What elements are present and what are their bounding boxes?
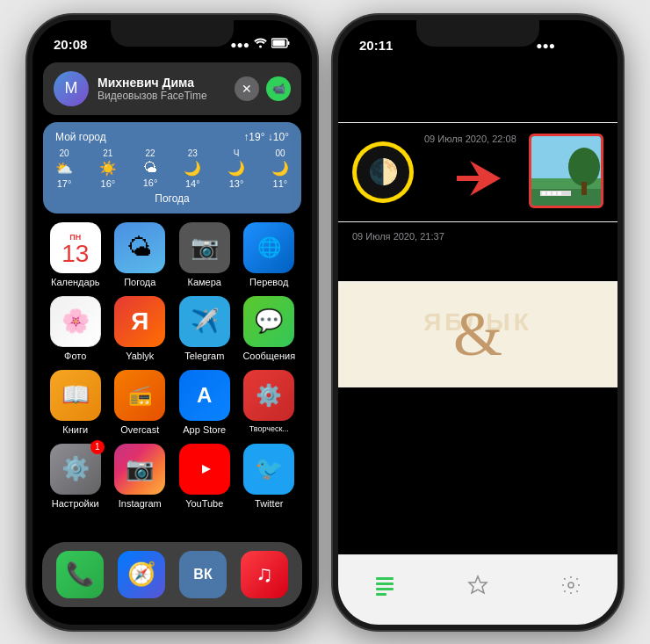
svg-point-6 (565, 47, 567, 49)
app-telegram-icon[interactable]: ✈️ Telegram (177, 296, 232, 361)
bottom-tab-bar (338, 554, 618, 625)
svg-rect-21 (376, 577, 394, 580)
article-date-2: 09 Июля 2020, 21:37 (352, 231, 603, 242)
svg-rect-18 (552, 192, 556, 195)
app-appstore-icon[interactable]: A App Store (177, 370, 232, 435)
svg-rect-24 (376, 593, 386, 596)
weather-days: 20 ⛅ 17° 21 ☀️ 16° 22 🌤 16° (55, 148, 289, 189)
app-label-weather: Погода (124, 277, 155, 287)
article-ampersand-image: & (338, 282, 618, 387)
svg-rect-16 (542, 192, 545, 195)
app-grid-row2: 🌸 Фото Я Yablyk ✈️ Telegram (32, 296, 312, 370)
app-title: Главн... (352, 98, 603, 115)
red-arrow-indicator (452, 156, 505, 204)
dock-safari[interactable]: 🧭 (118, 551, 165, 598)
signal-icon-2: ●●● (536, 40, 555, 52)
dock-phone[interactable]: 📞 (56, 551, 104, 598)
app-books-icon[interactable]: 📖 Книги (48, 370, 103, 435)
app-instagram-icon[interactable]: 📷 Instagram (113, 444, 168, 509)
weather-temp-range: ↑19° ↓10° (243, 131, 289, 143)
battery-icon-2 (577, 39, 596, 52)
status-time-1: 20:08 (54, 37, 87, 52)
svg-marker-25 (469, 576, 487, 593)
app-messages-icon[interactable]: 💬 Сообщения (242, 296, 297, 361)
decline-button[interactable]: ✕ (235, 76, 259, 101)
svg-rect-2 (273, 40, 285, 47)
app-overcast-icon[interactable]: 📻 Overcast (113, 370, 168, 435)
app-label-translate: Перевод (249, 277, 288, 287)
svg-rect-8 (579, 41, 591, 47)
article-title-2: 7 известных... лов, о происхождении кото… (352, 245, 603, 277)
app-label-photos: Фото (64, 351, 86, 361)
app-youtube-icon[interactable]: YouTube (177, 444, 232, 509)
dock-music[interactable]: ♫ (241, 551, 288, 598)
app-navigation-header: Главн... (338, 59, 618, 123)
weather-day-2: 22 🌤 16° (143, 148, 158, 189)
weather-location: Мой город (55, 131, 106, 143)
app-weather-icon[interactable]: 🌤 Погода (113, 222, 168, 287)
phone2-screen: 20:11 ●●● (338, 20, 618, 387)
app-translate-icon[interactable]: 🌐 Перевод (242, 222, 297, 287)
weather-day-3: 23 🌙 14° (184, 148, 201, 189)
app-creativity-icon[interactable]: ⚙️ Творческ... (242, 370, 297, 435)
weather-header: Мой город ↑19° ↓10° (55, 131, 289, 143)
article-illustration-1: 🌓 (352, 134, 414, 212)
article-thumb-1 (529, 134, 603, 208)
notification-subtitle: Видеовызов FaceTime (98, 90, 226, 102)
wifi-icon (254, 38, 267, 51)
app-label-instagram: Instagram (119, 498, 162, 509)
dock: 📞 🧭 ВК ♫ (42, 542, 302, 607)
battery-icon (271, 38, 291, 51)
notification-text: Михневич Дима Видеовызов FaceTime (98, 76, 226, 102)
app-label-youtube: YouTube (185, 498, 223, 509)
svg-rect-23 (376, 588, 394, 590)
svg-point-0 (259, 46, 262, 48)
svg-rect-14 (581, 182, 587, 195)
tab-feed[interactable] (367, 568, 402, 603)
dock-vk[interactable]: ВК (179, 551, 227, 598)
svg-rect-22 (376, 582, 394, 585)
weather-day-5: 00 🌙 11° (271, 148, 289, 189)
settings-badge: 1 (90, 440, 105, 454)
status-time-2: 20:11 (359, 38, 393, 53)
app-grid-row1: ПН 13 Календарь 🌤 Погода 📷 (32, 213, 312, 296)
weather-day-0: 20 ⛅ 17° (55, 148, 73, 189)
weather-widget[interactable]: Мой город ↑19° ↓10° 20 ⛅ 17° 21 ☀️ 16° (43, 122, 301, 213)
app-camera-icon[interactable]: 📷 Камера (177, 222, 232, 287)
app-label-overcast: Overcast (120, 424, 159, 435)
svg-point-13 (568, 148, 600, 186)
contact-avatar: М (54, 71, 89, 106)
app-settings-icon[interactable]: ⚙️ 1 Настройки (48, 444, 103, 509)
app-calendar[interactable]: ПН 13 Календарь (48, 222, 103, 287)
app-label-messages: Сообщения (242, 351, 295, 361)
svg-rect-3 (288, 41, 290, 45)
app-label-appstore: App Store (183, 424, 226, 435)
app-label-camera: Камера (188, 277, 221, 287)
ampersand-symbol: & (453, 298, 502, 371)
app-label-telegram: Telegram (184, 351, 224, 361)
svg-rect-19 (558, 192, 561, 195)
notch-2 (416, 20, 539, 47)
contact-name: Михневич Дима (98, 76, 226, 90)
tab-bookmarks[interactable] (460, 568, 495, 603)
app-twitter-icon[interactable]: 🐦 Twitter (242, 444, 297, 509)
status-icons-2: ●●● (536, 39, 596, 52)
status-icons-1: ●●● (230, 38, 291, 51)
phone-1: 20:08 ●●● (27, 15, 317, 630)
app-grid-row4: ⚙️ 1 Настройки 📷 Instagram (32, 444, 312, 517)
app-label-books: Книги (62, 424, 88, 435)
notch-1 (111, 20, 234, 47)
app-photos-icon[interactable]: 🌸 Фото (48, 296, 103, 361)
facetime-notification[interactable]: М Михневич Дима Видеовызов FaceTime ✕ 📹 (43, 62, 301, 115)
phone-2: 20:11 ●●● (333, 15, 623, 630)
article-item-2-header: 09 Июля 2020, 21:37 7 известных... лов, … (338, 222, 618, 281)
app-label-yablyk: Yablyk (126, 351, 154, 361)
accept-video-button[interactable]: 📹 (266, 76, 291, 101)
app-label-creativity: Творческ... (249, 424, 289, 433)
article-item-1[interactable]: 🌓 09 Июля 2020, 22:08 Как включить режим… (338, 123, 618, 223)
signal-icon: ●●● (230, 39, 249, 51)
app-yablyk-icon[interactable]: Я Yablyk (113, 296, 168, 361)
tab-settings[interactable] (553, 568, 589, 603)
app-label-twitter: Twitter (255, 498, 283, 509)
app-grid-row3: 📖 Книги 📻 Overcast A App Store (32, 370, 312, 444)
